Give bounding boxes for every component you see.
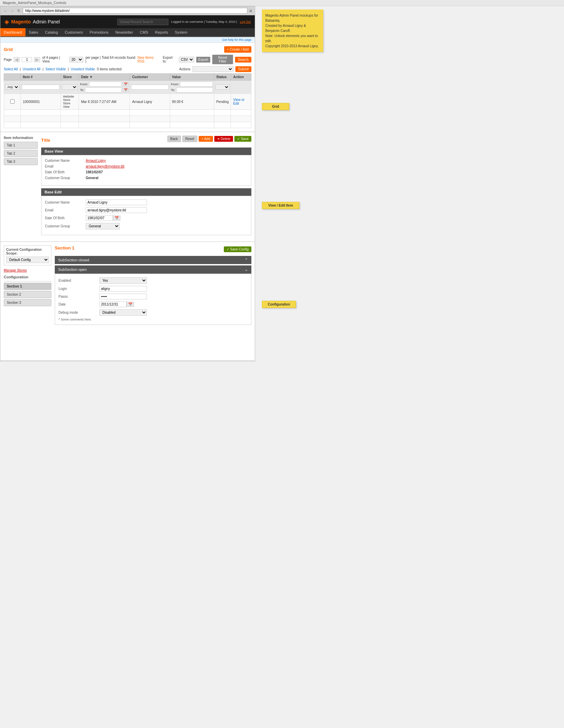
filter-date-to-cal[interactable]: 📅 [123, 88, 129, 92]
item-tab-1[interactable]: Tab 1 [4, 142, 38, 149]
nav-reports[interactable]: Reports [152, 28, 172, 36]
actions-submit-btn[interactable]: Submit [235, 66, 251, 72]
save-config-btn[interactable]: ✓ Save Config [224, 246, 251, 252]
config-sidebar: Current Configuration Scope: Default Con… [4, 245, 51, 328]
create-add-btn[interactable]: + Create / Add [224, 46, 251, 53]
cell-value: 99.09 € [170, 94, 214, 110]
config-debug-select[interactable]: DisabledEnabled [99, 309, 147, 316]
view-edit-link[interactable]: View or Edit [233, 98, 244, 105]
config-pass-row: Passs [59, 294, 248, 299]
col-date[interactable]: Date ▼ [79, 74, 130, 81]
edit-dob-cal-icon[interactable]: 📅 [113, 215, 120, 221]
per-page-select[interactable]: 2050100 [69, 57, 83, 63]
col-value[interactable]: Value [170, 74, 214, 81]
config-date-input[interactable] [99, 301, 127, 307]
filter-status-select[interactable] [215, 84, 230, 90]
grid-title: Grid [4, 47, 13, 52]
subsection-closed-header[interactable]: SubSection closed ⌃ [55, 256, 251, 264]
config-login-input[interactable] [99, 286, 147, 292]
filter-value-from[interactable] [180, 82, 213, 87]
delete-btn[interactable]: ✕ Delete [214, 136, 233, 142]
nav-cms[interactable]: CMS [136, 28, 151, 36]
select-all-link[interactable]: Select All [4, 67, 18, 71]
config-nav-section1[interactable]: Section 1 [4, 283, 51, 290]
config-pass-input[interactable] [99, 294, 147, 299]
logo-admin: Admin Panel [33, 19, 60, 24]
nav-customers[interactable]: Customers [61, 28, 86, 36]
table-row-empty-1 [4, 110, 251, 116]
nav-dashboard[interactable]: Dashboard [0, 28, 26, 36]
edit-email-input[interactable] [86, 207, 147, 213]
reset-filter-btn[interactable]: Reset Filter [212, 55, 233, 64]
filter-date-from[interactable] [89, 82, 122, 87]
page-prev-btn[interactable]: ◁ [14, 57, 20, 62]
col-customer[interactable]: Customer [130, 74, 170, 81]
unselect-all-link[interactable]: Unselect All [23, 67, 40, 71]
add-btn[interactable]: + Add [199, 136, 213, 142]
scope-select[interactable]: Default Config [6, 257, 49, 263]
nav-sales[interactable]: Sales [26, 28, 42, 36]
filter-date-to[interactable] [85, 87, 122, 92]
nav-newsletter[interactable]: Newsletter [112, 28, 136, 36]
select-visible-link[interactable]: Select Visible [46, 67, 66, 71]
edit-dob-input[interactable] [86, 215, 113, 221]
actions-label: Actions [179, 67, 190, 71]
edit-group-select[interactable]: General Wholesale Retailer [86, 223, 120, 229]
col-status[interactable]: Status [214, 74, 231, 81]
manage-stores-link[interactable]: Manage Stores [4, 268, 27, 272]
logout-btn[interactable]: Log Out [240, 20, 251, 23]
filter-value-to[interactable] [176, 87, 213, 92]
actions-select[interactable] [193, 66, 233, 72]
back-btn[interactable]: Back [167, 136, 181, 142]
cell-customer: Arnaud Ligny [130, 94, 170, 110]
item-title: Title [41, 138, 167, 143]
view-email-value[interactable]: arnaud.ligny@mystore.tld [86, 164, 125, 168]
page-next-btn[interactable]: ▷ [34, 57, 40, 62]
filter-customer[interactable] [131, 85, 168, 90]
item-main: Title Back Reset + Add ✕ Delete ✓ Save B… [41, 136, 251, 238]
item-tab-2[interactable]: Tab 2 [4, 150, 38, 157]
config-debug-label: Debug mode [59, 311, 99, 314]
search-btn[interactable]: Search [235, 57, 251, 63]
unselect-visible-link[interactable]: Unselect Visible [71, 67, 95, 71]
rss-link[interactable]: New Items RSS [137, 56, 161, 63]
url-bar[interactable] [23, 8, 247, 14]
reload-btn[interactable]: ↻ [17, 9, 21, 13]
view-dob-row: Date Of Birth 1981/02/07 [45, 170, 248, 174]
nav-system[interactable]: System [171, 28, 191, 36]
row-checkbox[interactable] [10, 99, 15, 104]
edit-customer-name-input[interactable] [86, 200, 147, 205]
grid-sticky-label: Grid [262, 103, 289, 110]
back-nav-btn[interactable]: ← [3, 9, 8, 13]
table-row-empty-3 [4, 122, 251, 128]
col-item-num[interactable]: Item # [21, 74, 61, 81]
help-link[interactable]: Get help for this page [222, 38, 251, 41]
view-email-row: Email arnaud.ligny@mystore.tld [45, 164, 248, 168]
export-format-select[interactable]: CSVXML [179, 57, 194, 63]
nav-catalog[interactable]: Catalog [42, 28, 61, 36]
browser-menu-btn[interactable]: ≡ [249, 8, 252, 14]
nav-promotions[interactable]: Promotions [86, 28, 112, 36]
view-customer-name-value[interactable]: Arnaud Ligny [86, 159, 106, 162]
col-store[interactable]: Store [61, 74, 79, 81]
item-toolbar: Back Reset + Add ✕ Delete ✓ Save [167, 136, 251, 142]
forward-nav-btn[interactable]: → [10, 9, 15, 13]
page-label: Page [4, 58, 12, 62]
config-nav-section2[interactable]: Section 2 [4, 291, 51, 298]
reset-item-btn[interactable]: Reset [182, 136, 197, 142]
item-sidebar: Item information Tab 1 Tab 2 Tab 3 [4, 136, 38, 238]
global-search-input[interactable] [117, 19, 168, 25]
item-tab-3[interactable]: Tab 3 [4, 158, 38, 165]
config-date-cal-icon[interactable]: 📅 [127, 302, 134, 307]
export-btn[interactable]: Export [196, 57, 210, 63]
save-item-btn[interactable]: ✓ Save [234, 136, 251, 142]
config-enabled-select[interactable]: YesNo [99, 277, 147, 284]
subsection-open-header[interactable]: SubSection open ⌄ [55, 265, 251, 274]
filter-any-select[interactable]: Any [5, 84, 19, 90]
page-input[interactable] [22, 57, 32, 62]
view-edit-sticky-label: View / Edit Item [262, 202, 299, 209]
filter-item-num[interactable] [22, 85, 60, 90]
filter-date-from-cal[interactable]: 📅 [123, 82, 129, 86]
config-nav-section3[interactable]: Section 3 [4, 299, 51, 306]
filter-store-select[interactable] [62, 84, 78, 90]
